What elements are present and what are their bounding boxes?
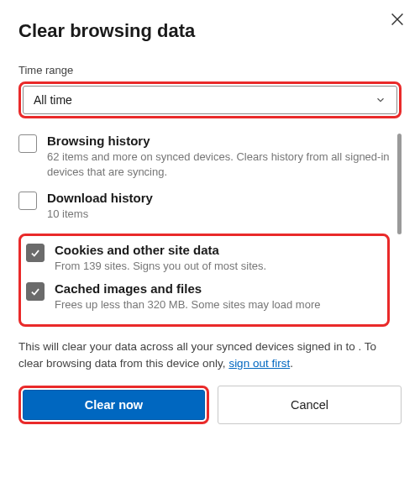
sign-out-link[interactable]: sign out first <box>228 357 290 370</box>
close-icon[interactable] <box>388 10 407 29</box>
time-range-select[interactable]: All time <box>23 86 397 114</box>
sync-warning: This will clear your data across all you… <box>18 339 402 373</box>
list-item: Browsing history 62 items and more on sy… <box>18 134 390 179</box>
footnote-text: . <box>290 357 293 370</box>
dialog-actions: Clear now Cancel <box>18 386 402 424</box>
highlighted-items: Cookies and other site data From 139 sit… <box>18 234 390 327</box>
list-item: Cookies and other site data From 139 sit… <box>26 243 382 274</box>
time-range-label: Time range <box>18 64 402 76</box>
item-title: Cached images and files <box>55 281 382 296</box>
item-desc: Frees up less than 320 MB. Some sites ma… <box>55 297 382 312</box>
primary-button-highlight: Clear now <box>18 386 209 424</box>
cancel-button[interactable]: Cancel <box>218 386 402 424</box>
time-range-highlight: All time <box>18 81 402 118</box>
footnote-text: This will clear your data across all you… <box>18 340 358 353</box>
item-desc: 62 items and more on synced devices. Cle… <box>47 150 390 179</box>
clear-browsing-data-dialog: Clear browsing data Time range All time … <box>0 0 420 439</box>
checkbox-download-history[interactable] <box>18 192 37 210</box>
item-desc: From 139 sites. Signs you out of most si… <box>55 259 382 274</box>
item-title: Cookies and other site data <box>55 243 382 257</box>
item-desc: 10 items <box>47 207 390 222</box>
checkbox-cookies[interactable] <box>26 244 45 262</box>
chevron-down-icon <box>375 94 386 106</box>
data-type-list: Browsing history 62 items and more on sy… <box>18 134 402 327</box>
clear-now-button[interactable]: Clear now <box>23 390 205 420</box>
checkbox-browsing-history[interactable] <box>18 134 37 153</box>
list-item: Cached images and files Frees up less th… <box>26 281 382 312</box>
checkbox-cache[interactable] <box>26 282 45 301</box>
list-item: Download history 10 items <box>18 191 390 222</box>
time-range-value: All time <box>34 93 72 107</box>
item-title: Browsing history <box>47 134 390 148</box>
item-title: Download history <box>47 191 390 205</box>
dialog-title: Clear browsing data <box>18 20 402 42</box>
scrollbar-thumb[interactable] <box>397 134 402 234</box>
